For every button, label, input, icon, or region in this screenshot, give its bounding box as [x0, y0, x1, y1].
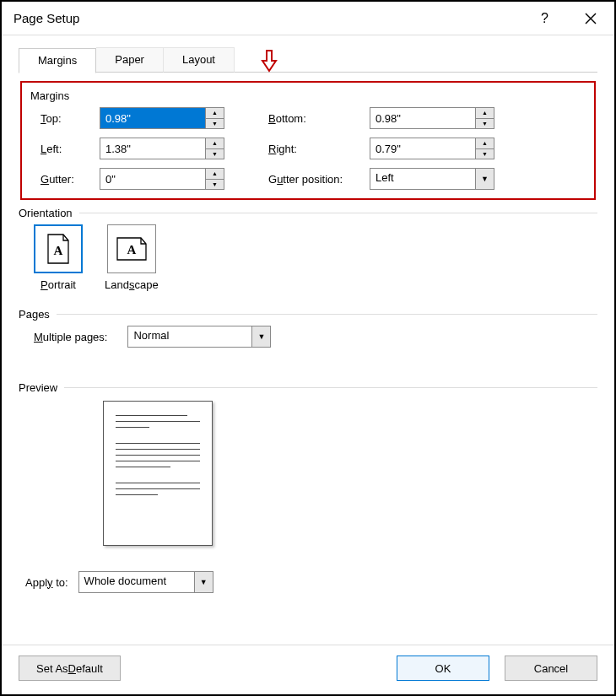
multiple-pages-dropdown[interactable]: Normal ▼: [127, 326, 271, 348]
orientation-portrait-button[interactable]: A Portrait: [34, 224, 83, 291]
tab-bar: Margins Paper Layout: [19, 47, 597, 73]
ok-button[interactable]: OK: [397, 656, 489, 681]
margin-left-input[interactable]: [100, 138, 205, 159]
portrait-label: Portrait: [34, 278, 83, 291]
tab-margins[interactable]: Margins: [19, 48, 96, 73]
titlebar: Page Setup ?: [2, 2, 614, 35]
tab-paper[interactable]: Paper: [96, 47, 164, 73]
margin-top-input[interactable]: [100, 108, 205, 128]
cancel-button[interactable]: Cancel: [505, 656, 597, 681]
gutter-position-label: Gutter position:: [268, 173, 370, 186]
landscape-icon: A: [107, 224, 156, 273]
spinner-down-icon[interactable]: ▼: [206, 149, 224, 159]
chevron-down-icon[interactable]: ▼: [251, 326, 270, 347]
spinner-down-icon[interactable]: ▼: [206, 180, 224, 190]
margin-top-spinner[interactable]: ▲▼: [100, 107, 224, 129]
apply-to-label: Apply to:: [25, 576, 68, 589]
spinner-down-icon[interactable]: ▼: [206, 119, 224, 129]
spinner-up-icon[interactable]: ▲: [476, 138, 494, 149]
gutter-position-dropdown[interactable]: Left ▼: [370, 168, 494, 190]
margins-group-label: Margins: [30, 89, 69, 102]
pages-group-label: Pages: [19, 308, 50, 321]
landscape-label: Landscape: [105, 278, 159, 291]
annotation-arrow-icon: [260, 49, 278, 73]
orientation-landscape-button[interactable]: A Landscape: [105, 224, 159, 291]
margin-bottom-input[interactable]: [370, 108, 475, 128]
close-icon: [584, 12, 597, 25]
preview-group-label: Preview: [19, 381, 57, 394]
help-button[interactable]: ?: [526, 11, 564, 26]
margin-left-label: Left:: [41, 143, 100, 155]
page-setup-dialog: Page Setup ? Margins Paper Layout: [0, 0, 616, 696]
margin-top-label: Top:: [41, 112, 100, 125]
multiple-pages-value: Normal: [128, 326, 251, 347]
tab-layout[interactable]: Layout: [164, 47, 235, 73]
page-title: Page Setup: [14, 11, 79, 25]
margin-right-spinner[interactable]: ▲▼: [370, 138, 494, 159]
margin-left-spinner[interactable]: ▲▼: [100, 138, 224, 159]
svg-text:A: A: [54, 244, 63, 257]
gutter-label: Gutter:: [41, 173, 100, 186]
spinner-up-icon[interactable]: ▲: [206, 138, 224, 149]
margin-bottom-label: Bottom:: [268, 112, 370, 125]
apply-to-dropdown[interactable]: Whole document ▼: [78, 571, 213, 593]
margin-right-input[interactable]: [370, 138, 475, 159]
margin-bottom-spinner[interactable]: ▲▼: [370, 107, 494, 129]
portrait-icon: A: [34, 224, 83, 273]
spinner-up-icon[interactable]: ▲: [476, 108, 494, 119]
chevron-down-icon[interactable]: ▼: [194, 572, 213, 592]
spinner-down-icon[interactable]: ▼: [476, 149, 494, 159]
chevron-down-icon[interactable]: ▼: [475, 169, 494, 189]
spinner-up-icon[interactable]: ▲: [206, 169, 224, 180]
gutter-spinner[interactable]: ▲▼: [100, 168, 224, 190]
close-button[interactable]: [564, 12, 602, 25]
orientation-group-label: Orientation: [19, 207, 73, 219]
set-as-default-button[interactable]: Set As Default: [19, 656, 121, 681]
svg-text:A: A: [127, 243, 136, 256]
spinner-down-icon[interactable]: ▼: [476, 119, 494, 129]
margins-group-highlight: Margins Top: ▲▼ Bottom: ▲▼ Left:: [20, 81, 596, 200]
dialog-footer: Set As Default OK Cancel: [2, 645, 614, 694]
preview-page-icon: [103, 401, 213, 546]
margin-right-label: Right:: [268, 143, 370, 155]
spinner-up-icon[interactable]: ▲: [206, 108, 224, 119]
multiple-pages-label: Multiple pages:: [34, 331, 107, 343]
gutter-input[interactable]: [100, 169, 205, 189]
gutter-position-value: Left: [370, 169, 475, 189]
apply-to-value: Whole document: [79, 572, 194, 592]
